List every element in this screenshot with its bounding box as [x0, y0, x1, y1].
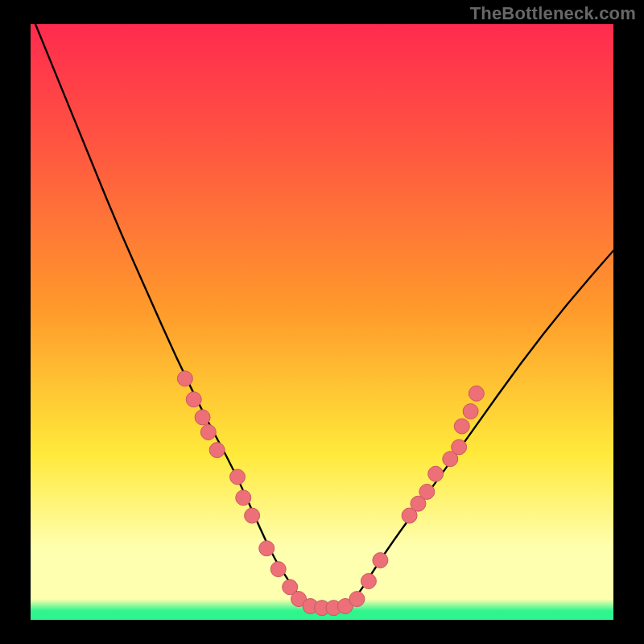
- curve-marker: [186, 392, 201, 407]
- curve-marker: [373, 553, 388, 568]
- curve-marker: [361, 573, 376, 588]
- chart-svg: [0, 0, 644, 644]
- curve-marker: [428, 466, 444, 481]
- curve-marker: [463, 404, 478, 419]
- curve-marker: [452, 440, 467, 455]
- curve-marker: [419, 484, 435, 499]
- curve-marker: [236, 490, 251, 506]
- chart-stage: TheBottleneck.com: [0, 0, 644, 644]
- curve-marker: [259, 541, 275, 556]
- curve-marker: [230, 469, 246, 485]
- curve-marker: [245, 508, 260, 523]
- plot-background: [31, 24, 613, 620]
- curve-marker: [195, 410, 210, 425]
- curve-marker: [177, 371, 192, 386]
- curve-marker: [454, 419, 469, 434]
- curve-marker: [469, 386, 484, 401]
- curve-marker: [349, 592, 365, 607]
- curve-marker: [209, 443, 225, 458]
- curve-marker: [200, 424, 216, 440]
- curve-marker: [270, 562, 286, 577]
